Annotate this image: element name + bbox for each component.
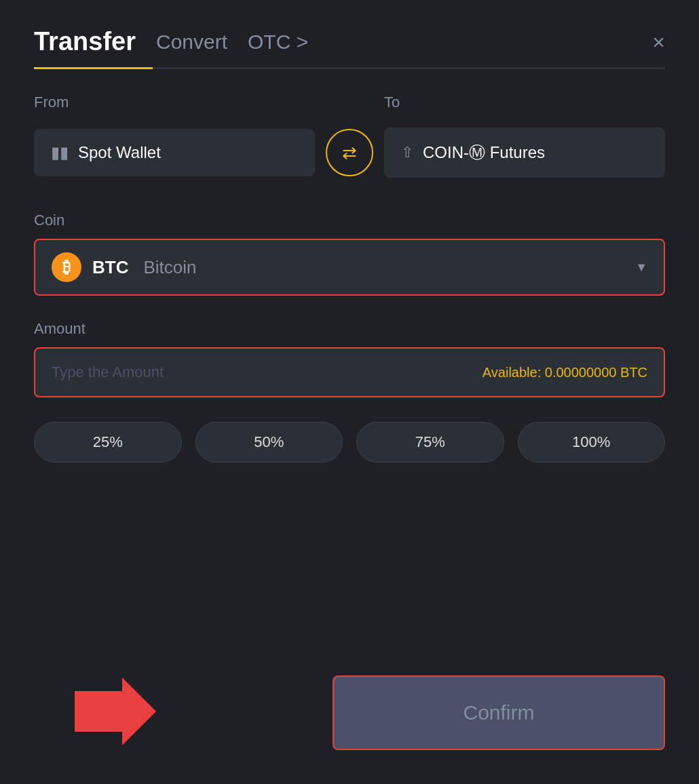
percent-25-button[interactable]: 25%	[34, 422, 182, 463]
bottom-row: Confirm	[34, 675, 665, 750]
amount-available: Available: 0.00000000 BTC	[483, 365, 647, 380]
amount-box: Type the Amount Available: 0.00000000 BT…	[34, 347, 665, 397]
coin-section: Coin ₿ BTC Bitcoin ▼	[34, 212, 665, 296]
amount-label: Amount	[34, 320, 665, 338]
dropdown-arrow-icon: ▼	[635, 260, 647, 275]
wallet-icon: ▮▮	[51, 143, 69, 162]
percent-50-button[interactable]: 50%	[195, 422, 343, 463]
tab-otc[interactable]: OTC >	[248, 31, 308, 54]
futures-icon: ⇧	[401, 144, 413, 161]
from-to-row: ▮▮ Spot Wallet ⇄ ⇧ COIN-Ⓜ Futures	[34, 128, 665, 178]
from-wallet-box[interactable]: ▮▮ Spot Wallet	[34, 129, 315, 176]
swap-button[interactable]: ⇄	[326, 129, 373, 176]
svg-marker-0	[75, 678, 156, 745]
tab-underline	[34, 67, 665, 69]
modal-header: Transfer Convert OTC > ×	[34, 27, 665, 56]
red-arrow-icon	[75, 678, 156, 748]
btc-icon: ₿	[52, 252, 81, 282]
transfer-modal: Transfer Convert OTC > × From To ▮▮ Spot…	[0, 0, 699, 784]
amount-section: Amount Type the Amount Available: 0.0000…	[34, 320, 665, 397]
available-value: 0.00000000 BTC	[545, 365, 647, 380]
coin-ticker: BTC	[92, 257, 128, 278]
confirm-button[interactable]: Confirm	[333, 675, 665, 750]
arrow-container	[75, 678, 156, 748]
percent-row: 25% 50% 75% 100%	[34, 422, 665, 463]
to-wallet-box[interactable]: ⇧ COIN-Ⓜ Futures	[384, 128, 665, 178]
amount-input-placeholder[interactable]: Type the Amount	[52, 364, 164, 381]
percent-100-button[interactable]: 100%	[518, 422, 666, 463]
coin-label: Coin	[34, 212, 665, 229]
to-wallet-label: COIN-Ⓜ Futures	[423, 142, 545, 163]
to-label: To	[384, 94, 665, 111]
percent-75-button[interactable]: 75%	[356, 422, 504, 463]
coin-fullname: Bitcoin	[143, 257, 196, 278]
tab-convert[interactable]: Convert	[156, 31, 227, 54]
from-label: From	[34, 94, 315, 111]
from-wallet-label: Spot Wallet	[78, 143, 161, 162]
swap-icon: ⇄	[342, 142, 357, 163]
coin-dropdown[interactable]: ₿ BTC Bitcoin ▼	[34, 239, 665, 296]
available-label: Available:	[483, 365, 541, 380]
close-button[interactable]: ×	[652, 31, 665, 53]
tab-active-indicator	[34, 67, 153, 69]
tab-transfer[interactable]: Transfer	[34, 27, 136, 56]
